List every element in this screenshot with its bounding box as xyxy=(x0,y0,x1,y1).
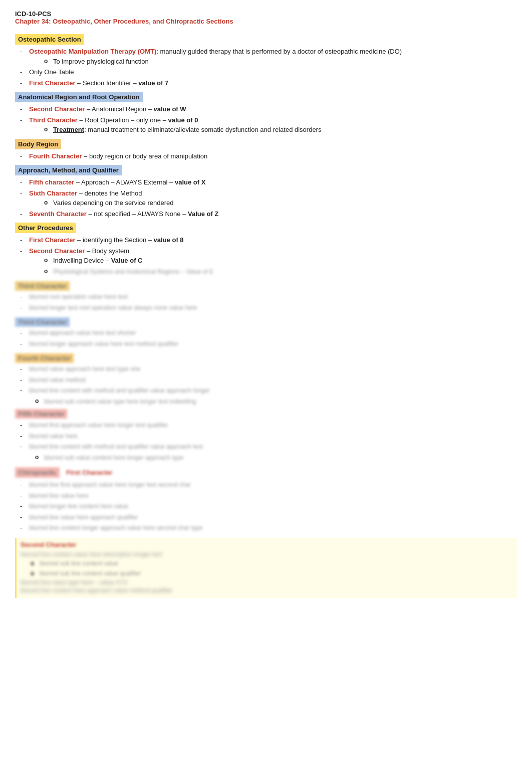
fourth-char-label: Fourth Character xyxy=(29,152,82,160)
op-first-char-value: value of 8 xyxy=(154,236,184,244)
list-item: Fifth character – Approach – ALWAYS Exte… xyxy=(20,177,517,187)
page-title: ICD-10-PCS xyxy=(15,10,517,18)
highlighted-header: Second Character xyxy=(21,541,76,548)
chiropractic-header: Chiropractic xyxy=(15,467,60,478)
anatomical-header: Anatomical Region and Root Operation xyxy=(15,92,143,102)
body-region-list: Fourth Character – body region or body a… xyxy=(15,151,517,161)
body-region-header: Body Region xyxy=(15,139,61,149)
list-item: Physiological Systems and Anatomical Reg… xyxy=(44,267,517,277)
first-char-label: First Character xyxy=(29,79,75,87)
osteopathic-section: Osteopathic Section Osteopathic Manipula… xyxy=(15,31,517,219)
list-item: Varies depending on the service rendered xyxy=(44,198,517,208)
sixth-char-label: Sixth Character xyxy=(29,189,77,197)
chapter-title: Chapter 34: Osteopathic, Other Procedure… xyxy=(15,18,517,25)
list-item: blurred line content with method and qua… xyxy=(20,385,517,396)
list-item: blurred longer line content here value xyxy=(20,501,517,511)
approach-header: Approach, Method, and Qualifier xyxy=(15,165,122,175)
list-item: Third Character – Root Operation – only … xyxy=(20,115,517,135)
blurred-header-1: Third Character xyxy=(15,281,70,291)
op-first-char-label: First Character xyxy=(29,236,75,244)
blurred-header-3: Fourth Character xyxy=(15,353,74,363)
list-item: blurred sub line content value qualifier xyxy=(31,569,513,578)
list-item: blurred line first approach value here l… xyxy=(20,480,517,490)
list-item: blurred sub content value type here long… xyxy=(35,397,517,407)
list-item: blurred longer approach value here text … xyxy=(20,339,517,349)
blurred-section-2: Third Character blurred approach value h… xyxy=(15,315,517,348)
blurred-section-3: Fourth Character blurred value approach … xyxy=(15,351,517,406)
list-item: Sixth Character – denotes the Method Var… xyxy=(20,188,517,208)
list-item: Second Character – Body system Indwellin… xyxy=(20,246,517,277)
list-item: blurred line content with method and qua… xyxy=(20,442,517,452)
chiropractic-sub-header: First Character xyxy=(66,469,112,476)
omt-subitems: To improve physiological function xyxy=(29,57,517,67)
list-item: Fourth Character – body region or body a… xyxy=(20,151,517,161)
indwelling-value: Value of C xyxy=(111,257,143,264)
highlighted-section: Second Character blurred line content va… xyxy=(15,538,517,598)
list-item: blurred approach value here text shorter xyxy=(20,328,517,338)
highlighted-lines: blurred line content value here descript… xyxy=(21,551,513,594)
list-item: Second Character – Anatomical Region – v… xyxy=(20,104,517,114)
list-item: blurred line value here xyxy=(20,491,517,501)
list-item: blurred line value here approach qualifi… xyxy=(20,512,517,522)
list-item: blurred sub value content here longer ap… xyxy=(35,453,517,463)
fifth-char-value: value of X xyxy=(175,178,205,186)
list-item: blurred root operation value here text xyxy=(20,292,517,302)
list-item: blurred value method xyxy=(20,375,517,385)
op-second-char-subitems: Indwelling Device – Value of C Physiolog… xyxy=(29,256,517,276)
op-second-char-label: Second Character xyxy=(29,247,85,255)
seventh-char-value: Value of Z xyxy=(188,210,218,218)
chiropractic-section: Chiropractic First Character blurred lin… xyxy=(15,467,517,533)
page-header: ICD-10-PCS Chapter 34: Osteopathic, Othe… xyxy=(15,10,517,25)
list-item: Seventh Character – not specified – ALWA… xyxy=(20,209,517,219)
approach-list: Fifth character – Approach – ALWAYS Exte… xyxy=(15,177,517,219)
treatment-label: Treatment xyxy=(53,126,84,133)
third-char-value: value of 0 xyxy=(168,116,198,124)
blurred-section-4: Fifth Character blurred first approach v… xyxy=(15,409,517,462)
other-procedures-section: Other Procedures First Character – ident… xyxy=(15,220,517,462)
list-item: blurred longer text root operation value… xyxy=(20,303,517,313)
list-item: blurred first approach value here longer… xyxy=(20,420,517,430)
osteopathic-header: Osteopathic Section xyxy=(15,34,84,45)
blurred-header-2: Third Character xyxy=(15,317,70,327)
list-item: To improve physiological function xyxy=(44,57,517,67)
list-item: blurred value approach here text type on… xyxy=(20,364,517,374)
list-item: Only One Table xyxy=(20,67,517,77)
sixth-char-subitems: Varies depending on the service rendered xyxy=(29,198,517,208)
other-procedures-list: First Character – identifying the Sectio… xyxy=(15,235,517,276)
fifth-char-label: Fifth character xyxy=(29,178,74,186)
omt-label: Osteopathic Manipulation Therapy (OMT) xyxy=(29,48,156,55)
first-char-value: value of 7 xyxy=(138,79,168,87)
list-item: blurred value here xyxy=(20,431,517,441)
anatomical-list: Second Character – Anatomical Region – v… xyxy=(15,104,517,135)
second-char-value: value of W xyxy=(154,105,186,113)
seventh-char-label: Seventh Character xyxy=(29,210,87,218)
osteopathic-list: Osteopathic Manipulation Therapy (OMT): … xyxy=(15,47,517,88)
blurred-section-1: Third Character blurred root operation v… xyxy=(15,279,517,312)
third-char-label: Third Character xyxy=(29,116,78,124)
blurred-small-header: Fifth Character xyxy=(15,409,67,419)
list-item: Osteopathic Manipulation Therapy (OMT): … xyxy=(20,47,517,66)
list-item: First Character – Section Identifier – v… xyxy=(20,78,517,88)
list-item: blurred sub line content value xyxy=(31,559,513,568)
second-char-label: Second Character xyxy=(29,105,85,113)
list-item: Treatment: manual treatment to eliminate… xyxy=(44,125,517,135)
omt-text: : manually guided therapy that is perfor… xyxy=(156,48,402,55)
list-item: blurred line content longer approach val… xyxy=(20,523,517,533)
list-item: First Character – identifying the Sectio… xyxy=(20,235,517,245)
list-item: Indwelling Device – Value of C xyxy=(44,256,517,266)
other-procedures-header: Other Procedures xyxy=(15,223,76,233)
third-char-subitems: Treatment: manual treatment to eliminate… xyxy=(29,125,517,135)
